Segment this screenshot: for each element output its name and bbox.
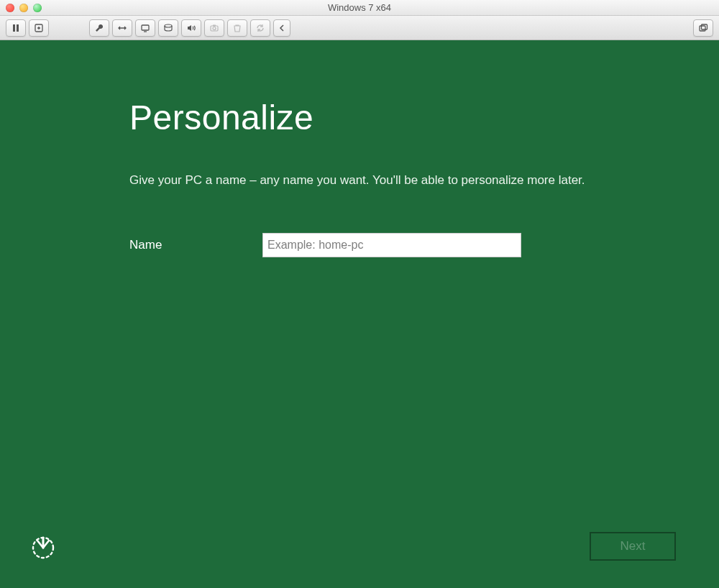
vm-actions-button[interactable] [29,19,49,37]
guest-screen: Personalize Give your PC a name – any na… [0,40,719,588]
display-button[interactable] [135,19,155,37]
toolbar-collapse-button[interactable] [273,19,290,37]
window-traffic-lights [6,4,42,12]
hdd-button[interactable] [158,19,178,37]
sync-button[interactable] [250,19,270,37]
actions-icon [34,23,44,33]
trash-button[interactable] [227,19,247,37]
page-description: Give your PC a name – any name you want.… [129,172,618,190]
page-title: Personalize [129,98,618,137]
pc-name-label: Name [129,238,262,252]
window-title: Windows 7 x64 [0,2,719,13]
pause-vm-button[interactable] [6,19,26,37]
ease-of-access-icon [29,533,58,562]
svg-rect-9 [702,24,707,29]
vm-titlebar: Windows 7 x64 [0,0,719,16]
minimize-window-button[interactable] [19,4,28,12]
sound-icon [186,23,196,33]
camera-button[interactable] [204,19,224,37]
next-button[interactable]: Next [590,532,676,561]
window-mode-button[interactable] [693,19,713,37]
wrench-icon [94,23,104,33]
close-window-button[interactable] [6,4,14,12]
sync-icon [255,23,265,33]
pc-name-row: Name [129,233,618,257]
svg-point-4 [165,24,172,27]
screen-resize-button[interactable] [112,19,132,37]
camera-icon [209,23,219,33]
zoom-window-button[interactable] [33,4,42,12]
hdd-icon [163,23,173,33]
svg-rect-0 [13,24,15,32]
svg-rect-7 [213,24,216,26]
svg-rect-8 [700,26,705,31]
svg-rect-1 [17,24,19,32]
chevron-left-icon [277,23,287,33]
resize-icon [117,23,127,33]
svg-rect-3 [142,25,149,30]
monitor-icon [140,23,150,33]
trash-icon [232,23,242,33]
sound-button[interactable] [181,19,201,37]
pc-name-input[interactable] [262,233,521,257]
svg-point-6 [213,27,216,29]
setup-content: Personalize Give your PC a name – any na… [129,98,618,257]
vm-toolbar [0,16,719,40]
vm-settings-button[interactable] [89,19,109,37]
next-button-label: Next [620,539,646,553]
pause-icon [11,23,21,33]
window-mode-icon [698,23,708,33]
ease-of-access-button[interactable] [29,533,58,562]
